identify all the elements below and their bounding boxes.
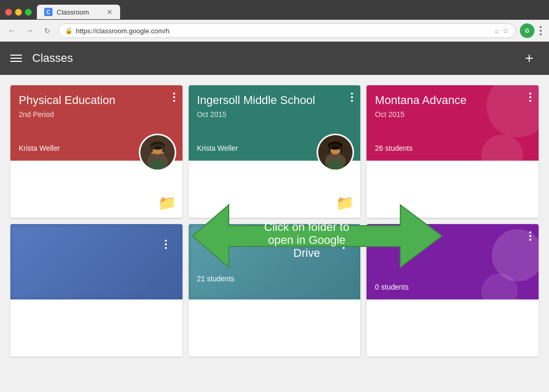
card-students: 26 students [375, 144, 412, 152]
card-title: Physical Education [19, 94, 174, 107]
folder-icon[interactable]: 📁 [336, 194, 354, 212]
card-more-button[interactable] [341, 238, 347, 251]
url-text: https://classroom.google.com/h [76, 27, 492, 35]
folder-icon[interactable]: 📁 [158, 194, 176, 212]
reload-button[interactable]: ↻ [41, 24, 54, 37]
card-teacher: Krista Weller [197, 144, 238, 152]
card-subtitle: 2nd Period [19, 110, 174, 119]
card-more-button[interactable] [349, 90, 355, 104]
toolbar-icons: G [520, 23, 544, 38]
classes-grid: Physical Education 2nd Period Krista Wel… [0, 75, 549, 367]
browser-chrome: C Classroom ✕ ← → ↻ 🔒 https://classroom.… [0, 0, 549, 42]
add-class-button[interactable]: + [520, 49, 539, 68]
class-card-ingersoll[interactable]: Ingersoll Middle School Oct 2015 Krista … [189, 85, 361, 218]
card-title: Ingersoll Middle School [197, 94, 352, 107]
forward-button[interactable]: → [23, 24, 36, 37]
user-avatar-icon[interactable]: G [520, 23, 534, 38]
card-subtitle: Oct 2015 [197, 110, 352, 119]
class-card-montana[interactable]: Montana Advance Oct 2015 26 students [367, 85, 539, 218]
card-more-button[interactable] [527, 229, 533, 243]
card-teacher: Krista Weller [19, 144, 60, 152]
card-more-button[interactable] [163, 238, 169, 251]
card-body [367, 299, 539, 357]
tab-label: Classroom [57, 8, 89, 16]
browser-tab[interactable]: C Classroom ✕ [37, 5, 120, 19]
card-students: 21 students [197, 275, 234, 283]
back-button[interactable]: ← [5, 24, 19, 37]
app-header: Classes + [0, 42, 549, 75]
browser-toolbar: ← → ↻ 🔒 https://classroom.google.com/h ⌕… [0, 20, 549, 42]
class-card-physical-education[interactable]: Physical Education 2nd Period Krista Wel… [10, 85, 182, 218]
card-more-button[interactable] [171, 90, 177, 104]
avatar-illustration [318, 135, 352, 169]
fullscreen-button[interactable] [25, 9, 32, 16]
avatar-illustration [140, 135, 175, 169]
bookmark-star-icon: ☆ [502, 27, 509, 35]
traffic-lights [5, 9, 32, 16]
close-button[interactable] [5, 9, 12, 16]
class-card-bottom-center[interactable]: 21 students [189, 224, 361, 357]
app-title: Classes [32, 51, 509, 65]
card-body [189, 299, 361, 357]
card-more-button[interactable] [527, 90, 533, 104]
hamburger-menu-button[interactable] [10, 55, 22, 62]
class-card-bottom-left[interactable]: 22 students [10, 224, 182, 357]
class-card-3rd-period[interactable]: 3rd Period 0 students [367, 224, 539, 357]
teacher-avatar [139, 134, 176, 171]
address-bar[interactable]: 🔒 https://classroom.google.com/h ⌕ ☆ [58, 23, 516, 38]
chrome-menu-button[interactable] [538, 24, 544, 37]
tab-close-button[interactable]: ✕ [107, 8, 113, 16]
teacher-avatar [317, 134, 354, 171]
card-body [367, 161, 539, 218]
card-body [10, 299, 182, 357]
minimize-button[interactable] [15, 9, 22, 16]
ssl-lock-icon: 🔒 [65, 27, 73, 34]
search-icon: ⌕ [495, 27, 499, 35]
card-students: 0 students [375, 283, 409, 291]
tab-favicon: C [44, 8, 53, 16]
